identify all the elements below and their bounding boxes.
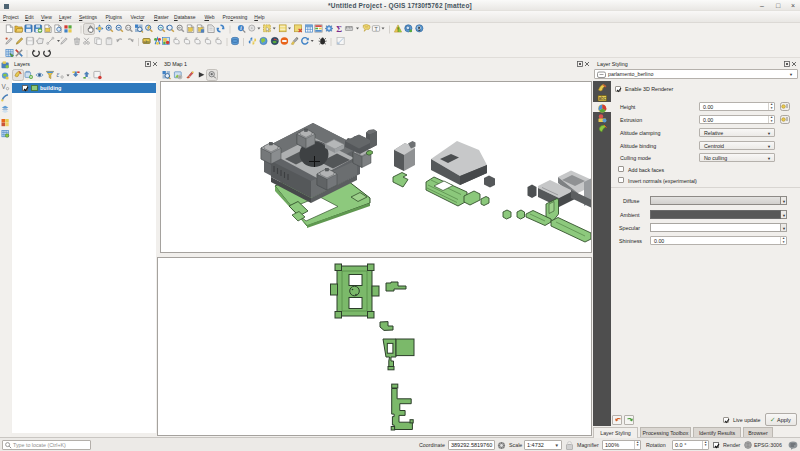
svg-text:V: V [2, 83, 7, 90]
svg-text:ε: ε [57, 71, 60, 79]
svg-text:Σ: Σ [336, 24, 342, 34]
svg-text:abc: abc [599, 96, 607, 101]
svg-text:abc: abc [143, 39, 149, 44]
